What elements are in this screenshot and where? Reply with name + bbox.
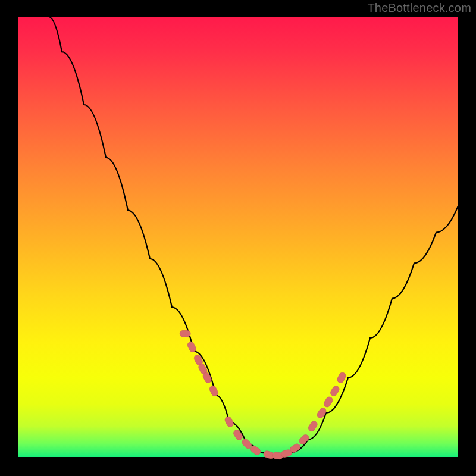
highlight-marker xyxy=(307,420,318,433)
highlight-marker xyxy=(232,428,243,441)
watermark-text: TheBottleneck.com xyxy=(367,1,471,15)
highlight-marker xyxy=(322,396,334,408)
bottleneck-curve xyxy=(49,17,458,457)
highlight-marker xyxy=(180,330,190,337)
curve-svg xyxy=(18,17,458,457)
highlight-marker xyxy=(298,433,311,446)
chart-frame: TheBottleneck.com xyxy=(0,0,476,476)
highlight-marker xyxy=(224,415,234,428)
highlight-marker xyxy=(329,384,340,397)
marker-group xyxy=(180,330,347,459)
highlight-marker xyxy=(336,371,347,384)
highlight-marker xyxy=(316,406,327,419)
plot-area xyxy=(18,17,458,457)
